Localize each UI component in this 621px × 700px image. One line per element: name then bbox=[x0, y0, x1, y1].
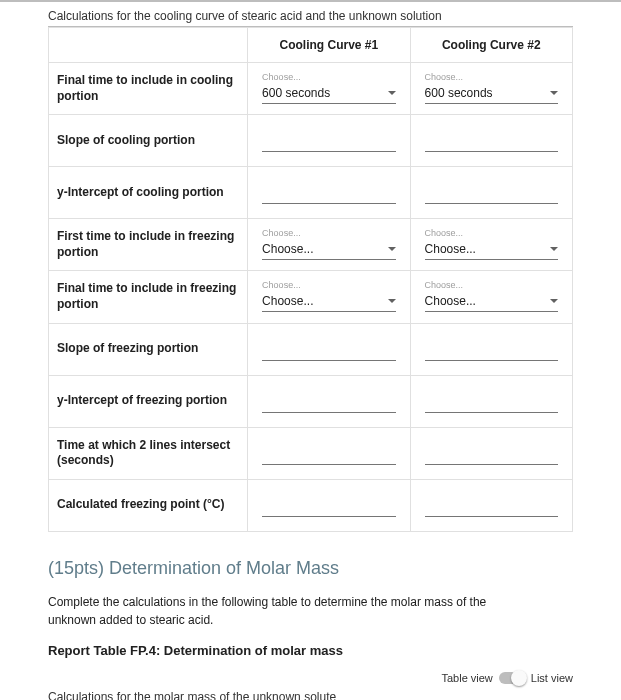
row-label: y-Intercept of cooling portion bbox=[49, 167, 248, 219]
table-row: Slope of freezing portion bbox=[49, 323, 573, 375]
row-label: Final time to include in freezing portio… bbox=[49, 271, 248, 323]
chevron-down-icon bbox=[388, 299, 396, 303]
table-row: Final time to include in freezing portio… bbox=[49, 271, 573, 323]
choose-label: Choose... bbox=[425, 281, 558, 290]
table-view-label: Table view bbox=[441, 672, 492, 684]
table-row: y-Intercept of cooling portion bbox=[49, 167, 573, 219]
cooling-curve-table: Cooling Curve #1 Cooling Curve #2 Final … bbox=[48, 27, 573, 532]
final-time-cooling-c1-select[interactable]: 600 seconds bbox=[262, 84, 395, 104]
yint-freezing-c1-input[interactable] bbox=[262, 394, 395, 413]
yint-cooling-c2-input[interactable] bbox=[425, 185, 558, 204]
final-time-freezing-c2-select[interactable]: Choose... bbox=[425, 292, 558, 312]
select-value: Choose... bbox=[262, 294, 313, 308]
slope-freezing-c2-input[interactable] bbox=[425, 342, 558, 361]
final-time-cooling-c2-select[interactable]: 600 seconds bbox=[425, 84, 558, 104]
row-label: Calculated freezing point (°C) bbox=[49, 479, 248, 531]
first-time-freezing-c2-select[interactable]: Choose... bbox=[425, 240, 558, 260]
slope-freezing-c1-input[interactable] bbox=[262, 342, 395, 361]
header-curve-1: Cooling Curve #1 bbox=[248, 28, 410, 63]
table-row: Final time to include in cooling portion… bbox=[49, 63, 573, 115]
row-label: y-Intercept of freezing portion bbox=[49, 375, 248, 427]
row-label: Slope of cooling portion bbox=[49, 115, 248, 167]
choose-label: Choose... bbox=[425, 73, 558, 82]
header-empty bbox=[49, 28, 248, 63]
first-time-freezing-c1-select[interactable]: Choose... bbox=[262, 240, 395, 260]
chevron-down-icon bbox=[550, 299, 558, 303]
yint-freezing-c2-input[interactable] bbox=[425, 394, 558, 413]
table1-caption: Calculations for the cooling curve of st… bbox=[48, 7, 573, 27]
chevron-down-icon bbox=[388, 247, 396, 251]
chevron-down-icon bbox=[550, 91, 558, 95]
row-label: First time to include in freezing portio… bbox=[49, 219, 248, 271]
view-toggle-row: Table view List view bbox=[48, 672, 573, 684]
header-curve-2: Cooling Curve #2 bbox=[410, 28, 572, 63]
choose-label: Choose... bbox=[425, 229, 558, 238]
freezing-point-c1-input[interactable] bbox=[262, 498, 395, 517]
table2-caption: Calculations for the molar mass of the u… bbox=[48, 688, 573, 700]
select-value: Choose... bbox=[425, 242, 476, 256]
table-row: First time to include in freezing portio… bbox=[49, 219, 573, 271]
freezing-point-c2-input[interactable] bbox=[425, 498, 558, 517]
table-row: y-Intercept of freezing portion bbox=[49, 375, 573, 427]
table-row: Slope of cooling portion bbox=[49, 115, 573, 167]
select-value: Choose... bbox=[425, 294, 476, 308]
choose-label: Choose... bbox=[262, 73, 395, 82]
choose-label: Choose... bbox=[262, 281, 395, 290]
slope-cooling-c2-input[interactable] bbox=[425, 133, 558, 152]
chevron-down-icon bbox=[550, 247, 558, 251]
intersect-time-c2-input[interactable] bbox=[425, 446, 558, 465]
intersect-time-c1-input[interactable] bbox=[262, 446, 395, 465]
choose-label: Choose... bbox=[262, 229, 395, 238]
view-toggle[interactable] bbox=[499, 672, 525, 684]
select-value: 600 seconds bbox=[262, 86, 330, 100]
table-row: Time at which 2 lines intersect (seconds… bbox=[49, 427, 573, 479]
list-view-label: List view bbox=[531, 672, 573, 684]
final-time-freezing-c1-select[interactable]: Choose... bbox=[262, 292, 395, 312]
select-value: 600 seconds bbox=[425, 86, 493, 100]
row-label: Slope of freezing portion bbox=[49, 323, 248, 375]
report-table-heading: Report Table FP.4: Determination of mola… bbox=[48, 643, 573, 658]
yint-cooling-c1-input[interactable] bbox=[262, 185, 395, 204]
row-label: Final time to include in cooling portion bbox=[49, 63, 248, 115]
table-row: Calculated freezing point (°C) bbox=[49, 479, 573, 531]
row-label: Time at which 2 lines intersect (seconds… bbox=[49, 427, 248, 479]
instruction-paragraph: Complete the calculations in the followi… bbox=[48, 593, 518, 629]
select-value: Choose... bbox=[262, 242, 313, 256]
toggle-knob bbox=[511, 670, 527, 686]
slope-cooling-c1-input[interactable] bbox=[262, 133, 395, 152]
chevron-down-icon bbox=[388, 91, 396, 95]
section-title: (15pts) Determination of Molar Mass bbox=[48, 558, 573, 579]
